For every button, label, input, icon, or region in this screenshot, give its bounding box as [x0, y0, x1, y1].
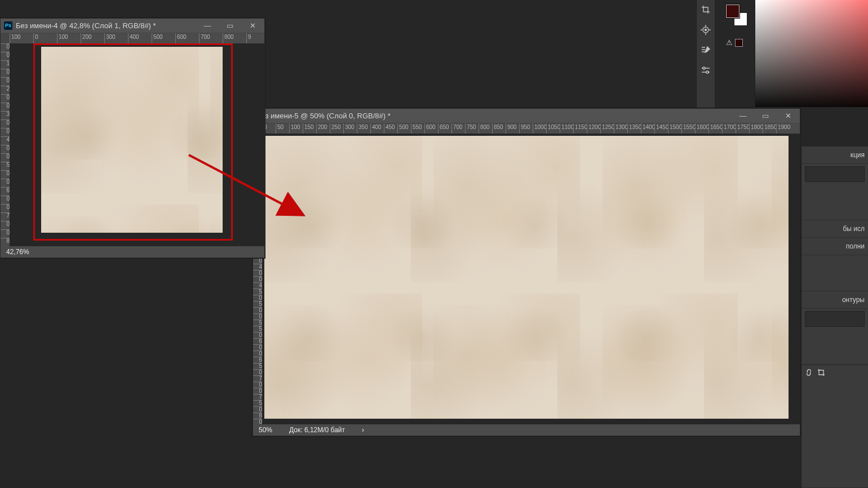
sliders-icon[interactable] [699, 64, 712, 77]
cursor-target-icon[interactable] [699, 24, 712, 36]
window-title: Без имени-4 @ 42,8% (Слой 1, RGB/8#) * [16, 19, 199, 33]
gamut-warning-icon[interactable]: ⚠ [726, 38, 733, 47]
list-brush-icon[interactable] [699, 44, 712, 56]
zoom-level[interactable]: 50% [259, 426, 272, 434]
crop-icon[interactable] [699, 3, 712, 16]
texture-image[interactable] [41, 47, 223, 233]
color-swatch-panel: ⚠ [726, 5, 749, 55]
status-bar: 50% Док: 6,12M/0 байт › [253, 424, 800, 436]
svg-point-1 [705, 29, 707, 31]
window-title: Без имени-5 @ 50% (Слой 0, RGB/8#) * [256, 109, 734, 123]
canvas[interactable] [10, 43, 264, 246]
crop-icon[interactable] [817, 369, 825, 378]
link-icon[interactable] [805, 369, 813, 378]
zoom-level[interactable]: 42,76% [6, 248, 29, 256]
ruler-horizontal[interactable]: 10001002003004005006007008009 [10, 33, 264, 43]
document-window-2[interactable]: Без имени-5 @ 50% (Слой 0, RGB/8#) * — ▭… [253, 108, 800, 436]
gamut-warning-swatch[interactable] [735, 39, 743, 47]
document-window-1[interactable]: Ps Без имени-4 @ 42,8% (Слой 1, RGB/8#) … [0, 18, 265, 258]
panel-input-slot[interactable] [805, 311, 865, 327]
collapsed-panel-strip[interactable] [696, 0, 715, 110]
minimize-button[interactable]: — [199, 21, 216, 31]
minimize-button[interactable]: — [734, 111, 751, 121]
close-button[interactable]: ✕ [244, 21, 261, 31]
panel-tab-fragment[interactable]: кция [801, 147, 868, 164]
maximize-button[interactable]: ▭ [222, 21, 238, 31]
doc-info: Док: 6,12M/0 байт [289, 426, 345, 434]
foreground-color-swatch[interactable] [726, 5, 739, 18]
fg-bg-swatch[interactable] [726, 5, 746, 25]
svg-point-3 [706, 71, 708, 73]
ruler-vertical[interactable]: 001002003004005006007008 [1, 43, 10, 246]
right-panel-edge: кция бы исл полни онтуры [801, 147, 868, 488]
photoshop-badge-icon: Ps [4, 21, 12, 30]
color-picker-gradient[interactable] [755, 0, 868, 107]
panel-tab-fragment[interactable]: онтуры [801, 291, 868, 309]
texture-image[interactable] [264, 136, 789, 419]
canvas[interactable] [262, 134, 800, 424]
svg-point-2 [703, 67, 705, 69]
ruler-horizontal[interactable]: 0501001502002503003504004505005506006507… [262, 123, 800, 134]
panel-tab-fragment[interactable]: бы исл [801, 220, 868, 238]
maximize-button[interactable]: ▭ [757, 111, 774, 121]
status-bar: 42,76% [1, 246, 264, 258]
expand-chevron-icon[interactable]: › [362, 426, 364, 434]
panel-input-slot[interactable] [805, 166, 865, 182]
panel-tab-fragment[interactable]: полни [801, 238, 868, 255]
close-button[interactable]: ✕ [780, 111, 796, 121]
